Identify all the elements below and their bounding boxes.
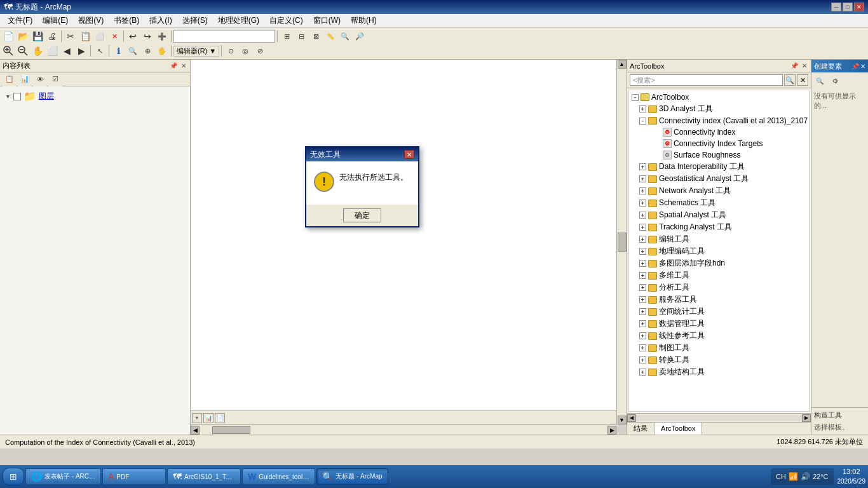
modal-footer: 确定	[306, 205, 418, 226]
modal-message: 无法执行所选工具。	[339, 172, 408, 183]
modal-body: ! 无法执行所选工具。	[306, 161, 418, 205]
modal-titlebar: 无效工具 ✕	[306, 147, 418, 161]
modal-close-button[interactable]: ✕	[404, 150, 414, 159]
modal-dialog: 无效工具 ✕ ! 无法执行所选工具。 确定	[305, 146, 419, 227]
modal-icon-area: ! 无法执行所选工具。	[314, 172, 410, 192]
modal-warning-icon: !	[314, 172, 334, 192]
modal-title-label: 无效工具	[310, 149, 341, 160]
modal-overlay: 无效工具 ✕ ! 无法执行所选工具。 确定	[0, 0, 868, 488]
modal-ok-button[interactable]: 确定	[343, 208, 381, 222]
